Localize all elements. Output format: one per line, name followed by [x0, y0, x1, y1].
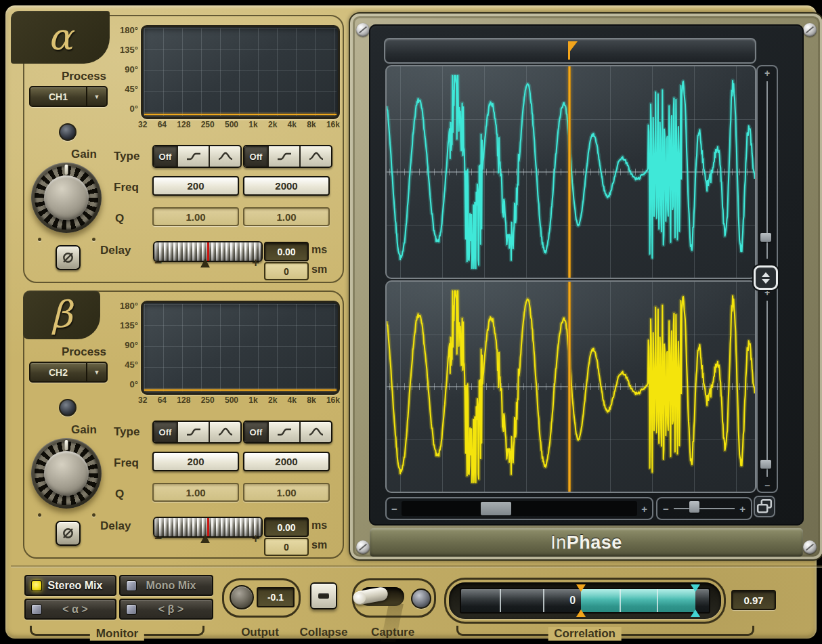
phase-curve — [144, 389, 337, 391]
scrollbar-thumb[interactable] — [481, 502, 511, 515]
scroll-plus-label[interactable]: + — [641, 503, 647, 515]
correlation-zero-label: 0 — [569, 595, 576, 607]
freq-axis-tick: 2k — [268, 395, 277, 405]
ms-unit-label: ms — [311, 244, 327, 256]
filter1-type-off[interactable]: Off — [154, 146, 178, 167]
phase-graph-y-axis: 180°135°90°45°0° — [100, 301, 138, 389]
playback-cursor[interactable] — [568, 282, 571, 492]
filter2-type-shelf[interactable] — [269, 146, 301, 167]
filter1-type-shelf[interactable] — [178, 422, 210, 442]
knob-min-dot — [38, 238, 41, 241]
filter2-q-field[interactable]: 1.00 — [243, 207, 330, 226]
gain-led-button[interactable] — [59, 123, 77, 141]
capture-led-button[interactable] — [411, 588, 431, 609]
slider-thumb[interactable] — [760, 233, 771, 242]
filter2-type-bell[interactable] — [301, 422, 331, 442]
timeline-ruler[interactable] — [384, 38, 756, 64]
graph-grid — [144, 304, 337, 391]
filter1-type-off[interactable]: Off — [154, 422, 178, 442]
filter1-type-selector: Off — [152, 421, 242, 444]
freq-axis-tick: 16k — [326, 120, 340, 129]
filter1-freq-field[interactable]: 200 — [152, 452, 239, 471]
gain-led-button[interactable] — [59, 399, 77, 416]
capture-toggle-lever[interactable] — [352, 586, 389, 606]
filter2-type-bell[interactable] — [301, 146, 331, 167]
filter2-freq-field[interactable]: 2000 — [243, 452, 330, 471]
monitor-beta-solo-button[interactable]: < β > — [119, 599, 213, 620]
freq-axis-tick: 250 — [201, 120, 215, 129]
monitor-group-bracket: Monitor — [30, 626, 204, 636]
output-label: Output — [226, 626, 294, 639]
slider-thumb[interactable] — [760, 460, 771, 469]
playback-cursor[interactable] — [568, 66, 571, 278]
slider-track — [766, 81, 768, 259]
filter1-q-field[interactable]: 1.00 — [152, 207, 239, 226]
delay-ms-field[interactable]: 0.00 — [264, 517, 309, 537]
monitor-stereo-mix-button[interactable]: Stereo Mix — [24, 575, 116, 596]
filter2-q-field[interactable]: 1.00 — [243, 483, 330, 502]
filter1-type-bell[interactable] — [210, 146, 240, 167]
correlation-meter-bezel: 0 — [449, 582, 721, 619]
bell-filter-icon — [217, 151, 234, 162]
freq-axis-tick: 8k — [307, 120, 316, 129]
type-label: Type — [114, 150, 139, 163]
filter2-type-off[interactable]: Off — [244, 146, 269, 167]
delay-center-pointer — [200, 259, 210, 267]
gain-knob[interactable] — [31, 438, 102, 509]
filter2-freq-field[interactable]: 2000 — [243, 176, 330, 196]
horizontal-scrollbar[interactable]: − + — [385, 497, 653, 520]
link-zoom-button[interactable] — [754, 265, 778, 290]
led-indicator-off — [126, 580, 137, 591]
gain-knob[interactable] — [31, 163, 102, 233]
monitor-group-label: Monitor — [90, 627, 144, 641]
delay-samples-field[interactable]: 0 — [264, 538, 309, 556]
output-value-field[interactable]: -0.1 — [257, 587, 295, 607]
arrow-up-icon — [762, 272, 770, 277]
phase-invert-button[interactable] — [56, 521, 81, 546]
waveform-panel-channel1[interactable] — [385, 65, 756, 279]
delay-minus-label[interactable]: − — [154, 255, 162, 270]
zoom-in-label[interactable]: + — [739, 503, 745, 515]
filter1-type-bell[interactable] — [210, 422, 240, 442]
vertical-zoom-slider-top[interactable]: + − — [756, 65, 778, 275]
waveform-panel-channel2[interactable] — [385, 280, 756, 493]
collapse-button[interactable] — [310, 582, 337, 609]
delay-minus-label[interactable]: − — [154, 531, 162, 546]
zoom-out-label[interactable]: − — [663, 503, 669, 515]
vertical-zoom-slider-bottom[interactable]: + − — [756, 284, 778, 493]
correlation-meter-group: 0 — [444, 578, 726, 624]
delay-ms-field[interactable]: 0.00 — [264, 242, 309, 261]
zoom-in-label[interactable]: + — [758, 68, 777, 79]
delay-samples-field[interactable]: 0 — [264, 262, 309, 280]
output-knob[interactable] — [230, 585, 254, 609]
delay-plus-label[interactable]: + — [252, 255, 259, 270]
process-select-alpha[interactable]: CH1 ▼ — [29, 86, 108, 107]
cursor-flag[interactable] — [569, 41, 578, 53]
knob-face — [44, 451, 89, 496]
freq-axis-tick: 1k — [248, 120, 257, 129]
filter1-freq-field[interactable]: 200 — [152, 176, 239, 196]
phase-axis-tick: 45° — [125, 360, 138, 370]
slider-thumb[interactable] — [689, 501, 699, 513]
monitor-alpha-solo-button[interactable]: < α > — [24, 599, 116, 620]
correlation-divider — [543, 589, 544, 612]
horizontal-zoom-slider[interactable]: − + — [656, 497, 752, 520]
process-select-beta[interactable]: CH2 ▼ — [29, 362, 108, 383]
knob-pointer — [65, 165, 68, 175]
filter2-type-off[interactable]: Off — [244, 422, 269, 442]
filter2-type-selector: Off — [243, 421, 332, 444]
samples-unit-label: sm — [311, 263, 327, 276]
scrollbar-track[interactable] — [402, 501, 637, 516]
phase-invert-button[interactable] — [56, 245, 81, 270]
freq-axis-tick: 8k — [307, 395, 316, 405]
plugin-title: InPhase — [550, 532, 622, 553]
samples-unit-label: sm — [311, 539, 327, 551]
filter1-q-field[interactable]: 1.00 — [152, 483, 239, 502]
scroll-minus-label[interactable]: − — [391, 503, 397, 515]
zoom-out-label[interactable]: − — [758, 480, 777, 491]
filter2-type-shelf[interactable] — [269, 422, 301, 442]
delay-plus-label[interactable]: + — [252, 531, 259, 546]
copy-view-button[interactable] — [754, 496, 775, 517]
monitor-mono-mix-button[interactable]: Mono Mix — [119, 575, 213, 596]
filter1-type-shelf[interactable] — [178, 146, 210, 167]
